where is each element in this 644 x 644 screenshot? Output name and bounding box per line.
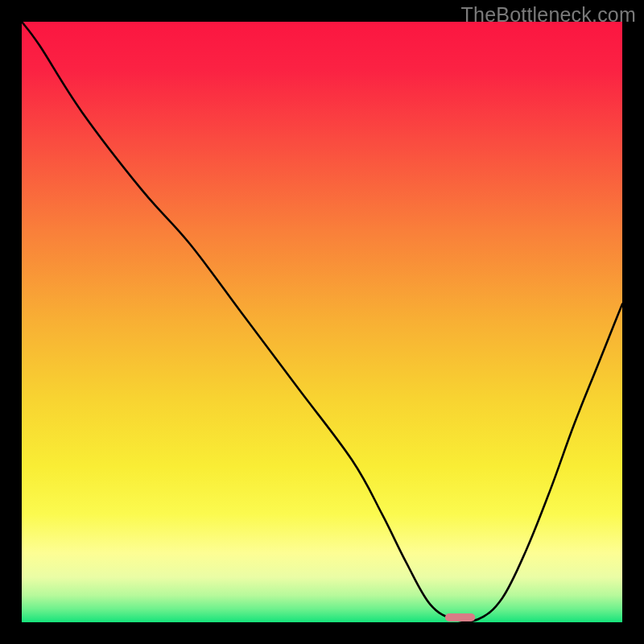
chart-container (22, 22, 622, 622)
outer-frame: TheBottleneck.com (0, 0, 644, 644)
chart-svg (22, 22, 622, 622)
chart-background (22, 22, 622, 622)
optimal-marker (445, 613, 475, 621)
